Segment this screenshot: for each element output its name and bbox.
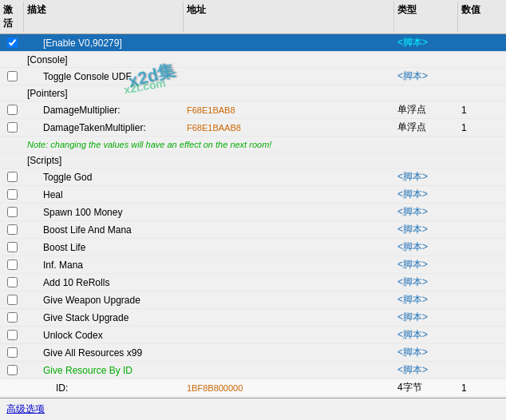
table-row[interactable]: Inf. Mana <脚本>	[0, 256, 506, 274]
row-label: Heal	[24, 188, 184, 202]
row-type: <脚本>	[394, 344, 458, 361]
row-value[interactable]: 1	[458, 381, 506, 395]
row-label: Add 10 ReRolls	[24, 275, 184, 290]
table-row[interactable]: Boost Life <脚本>	[0, 239, 506, 256]
row-type: <脚本>	[394, 309, 458, 326]
row-address	[184, 281, 394, 284]
checkbox-cell[interactable]	[0, 205, 24, 219]
row-value	[458, 281, 506, 284]
checkbox-cell[interactable]	[0, 311, 24, 324]
row-value	[458, 193, 506, 196]
row-checkbox[interactable]	[7, 242, 18, 252]
row-checkbox[interactable]	[7, 189, 18, 200]
row-label: DamageMultiplier:	[24, 103, 184, 117]
row-label: Boost Life	[24, 240, 184, 255]
table-row[interactable]: Unlock Codex <脚本>	[0, 327, 506, 344]
table-row[interactable]: [Enable V0,90279] <脚本>	[0, 34, 506, 52]
advanced-options-link[interactable]: 高级选项	[6, 402, 45, 416]
row-label: Inf. Mana	[24, 258, 184, 272]
checkbox-cell	[0, 92, 24, 95]
table-row[interactable]: Toggle God <脚本>	[0, 168, 506, 186]
row-checkbox[interactable]	[7, 330, 18, 340]
row-label: Give All Resources x99	[24, 346, 184, 360]
checkbox-cell	[0, 159, 24, 162]
row-checkbox[interactable]	[7, 295, 18, 305]
row-checkbox[interactable]	[7, 71, 18, 81]
row-checkbox[interactable]	[7, 207, 18, 217]
row-label: Give Weapon Upgrade	[24, 293, 184, 307]
row-label: [Enable V0,90279]	[24, 36, 184, 50]
row-checkbox[interactable]	[7, 105, 18, 115]
row-address	[184, 263, 394, 267]
row-checkbox[interactable]	[7, 277, 18, 287]
checkbox-cell[interactable]	[0, 346, 24, 359]
row-address	[184, 369, 394, 372]
table-row[interactable]: DamageMultiplier: F68E1BAB8 单浮点 1	[0, 101, 506, 119]
row-type: <脚本>	[394, 34, 458, 51]
table-row: [Scripts]	[0, 153, 506, 168]
checkbox-cell[interactable]	[0, 103, 24, 117]
table-row[interactable]: Give Stack Upgrade <脚本>	[0, 309, 506, 327]
row-type: <脚本>	[394, 204, 458, 220]
table-row[interactable]: Amount: 1BF8B800004 4字节 10	[0, 397, 506, 398]
row-value	[458, 316, 506, 319]
checkbox-cell[interactable]	[0, 293, 24, 307]
row-label: Spawn 100 Money	[24, 205, 184, 220]
checkbox-cell[interactable]	[0, 188, 24, 201]
row-checkbox[interactable]	[7, 260, 18, 270]
checkbox-cell[interactable]	[0, 275, 24, 289]
row-type: <脚本>	[394, 68, 458, 85]
checkbox-cell[interactable]	[0, 363, 24, 377]
table-row[interactable]: Spawn 100 Money <脚本>	[0, 204, 506, 221]
table-row[interactable]: Give Weapon Upgrade <脚本>	[0, 291, 506, 309]
row-value	[458, 211, 506, 214]
row-address: 1BF8B800000	[184, 382, 394, 394]
checkbox-cell[interactable]	[0, 121, 24, 134]
table-row[interactable]: Toggle Console UDF <脚本>	[0, 68, 506, 85]
row-address	[184, 299, 394, 302]
table-row: [Pointers]	[0, 85, 506, 101]
table-row[interactable]: Add 10 ReRolls <脚本>	[0, 274, 506, 291]
table-row[interactable]: DamageTakenMultiplier: F68E1BAAB8 单浮点 1	[0, 119, 506, 137]
table-row[interactable]: Heal <脚本>	[0, 186, 506, 204]
row-type: <脚本>	[394, 362, 458, 378]
table-scroll-area[interactable]: 激活 描述 地址 类型 数值 [Enable V0,90279] <脚本> [C…	[0, 0, 506, 398]
main-container: 激活 描述 地址 类型 数值 [Enable V0,90279] <脚本> [C…	[0, 0, 506, 420]
table-row[interactable]: Boost Life And Mana <脚本>	[0, 221, 506, 239]
row-checkbox[interactable]	[7, 312, 18, 323]
table-row[interactable]: Give Resource By ID <脚本>	[0, 362, 506, 379]
checkbox-cell[interactable]	[0, 240, 24, 254]
checkbox-cell[interactable]	[0, 328, 24, 342]
row-checkbox[interactable]	[7, 172, 18, 182]
row-value	[458, 263, 506, 267]
table-row[interactable]: ID: 1BF8B800000 4字节 1	[0, 379, 506, 397]
checkbox-cell[interactable]	[0, 69, 24, 83]
row-value[interactable]: 1	[458, 121, 506, 135]
checkbox-cell[interactable]	[0, 223, 24, 236]
row-checkbox[interactable]	[7, 347, 18, 358]
checkbox-cell[interactable]	[0, 36, 24, 50]
row-label: Toggle God	[24, 170, 184, 184]
row-checkbox[interactable]	[7, 38, 18, 48]
header-description: 描述	[24, 2, 184, 32]
row-value	[458, 42, 506, 45]
row-value	[458, 176, 506, 179]
row-checkbox[interactable]	[7, 224, 18, 235]
section-label: [Scripts]	[24, 153, 184, 168]
row-address	[184, 75, 394, 78]
row-checkbox[interactable]	[7, 365, 18, 375]
checkbox-cell[interactable]	[0, 170, 24, 184]
section-label: [Pointers]	[24, 86, 184, 101]
row-label: Give Resource By ID	[24, 363, 184, 378]
table-row[interactable]: Give All Resources x99 <脚本>	[0, 344, 506, 362]
row-label: ID:	[24, 381, 184, 395]
checkbox-cell[interactable]	[0, 258, 24, 271]
row-type: <脚本>	[394, 327, 458, 343]
row-value[interactable]: 1	[458, 103, 506, 117]
row-type: 4字节	[394, 379, 458, 396]
row-address: F68E1BAB8	[184, 104, 394, 117]
row-value	[458, 351, 506, 355]
row-checkbox[interactable]	[7, 122, 18, 133]
row-label: DamageTakenMultiplier:	[24, 121, 184, 135]
row-label: Unlock Codex	[24, 328, 184, 343]
